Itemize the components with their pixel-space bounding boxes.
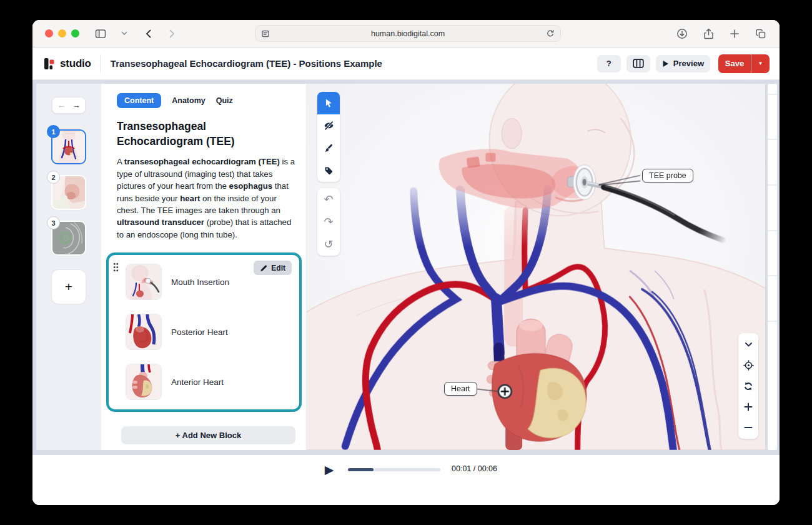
- panel-separator: [768, 230, 777, 231]
- center-view-button[interactable]: [738, 355, 758, 376]
- back-icon[interactable]: [141, 26, 156, 41]
- label-tool-button[interactable]: [317, 159, 340, 182]
- slide-thumbnail-2[interactable]: 2: [52, 176, 86, 209]
- mouth-insertion-thumbnail: [126, 264, 161, 299]
- reload-icon[interactable]: [546, 29, 555, 38]
- play-icon: [662, 60, 669, 68]
- timeline-progress: [348, 468, 374, 471]
- position-item-label: Posterior Heart: [171, 328, 228, 337]
- browser-window: human.biodigital.com studio: [32, 20, 780, 505]
- collapse-controls-button[interactable]: [738, 334, 758, 355]
- panel-separator: [768, 139, 777, 140]
- zoom-in-button[interactable]: [738, 396, 758, 417]
- panel-separator: [768, 184, 777, 186]
- undo-icon: ↶: [324, 194, 333, 205]
- panel-tabs: Content Anatomy Quiz: [117, 93, 306, 108]
- save-button[interactable]: Save: [718, 54, 751, 73]
- anterior-heart-thumbnail: [126, 364, 161, 399]
- downloads-icon[interactable]: [675, 26, 690, 41]
- tab-content[interactable]: Content: [117, 93, 161, 108]
- studio-logo-icon: [42, 57, 56, 71]
- redo-icon: ↷: [324, 216, 333, 228]
- lesson-description: A transesophageal echocardiogram (TEE) i…: [117, 156, 296, 241]
- reset-view-button[interactable]: ↺: [317, 233, 340, 256]
- panel-separator: [768, 275, 777, 276]
- tab-anatomy[interactable]: Anatomy: [172, 96, 205, 105]
- position-item-label: Mouth Insertion: [171, 278, 229, 287]
- studio-logo-text: studio: [60, 58, 91, 70]
- close-window-button[interactable]: [45, 29, 53, 38]
- camera-controls: [738, 333, 758, 439]
- edit-block-label: Edit: [271, 264, 285, 272]
- undo-button[interactable]: ↶: [317, 188, 340, 211]
- viewer-toolbar: ↶ ↷ ↺: [317, 92, 340, 256]
- play-button[interactable]: ▶: [321, 461, 337, 478]
- slide-thumbnail-1[interactable]: 1: [52, 130, 86, 164]
- rotate-view-button[interactable]: [738, 376, 758, 396]
- header-divider: [100, 54, 101, 73]
- slide-rail: ← → 1 2: [36, 84, 101, 450]
- share-icon[interactable]: [701, 26, 716, 41]
- positions-block[interactable]: Edit Mouth Insertion Posterior Heart: [106, 252, 302, 412]
- preview-button-label: Preview: [673, 59, 704, 68]
- minimize-window-button[interactable]: [58, 29, 66, 38]
- posterior-heart-thumbnail: [126, 314, 161, 349]
- select-tool-button[interactable]: [317, 92, 340, 114]
- layout-columns-button[interactable]: [626, 55, 650, 72]
- add-slide-button[interactable]: +: [52, 270, 86, 304]
- reader-view-icon[interactable]: [261, 29, 270, 38]
- forward-icon[interactable]: [164, 26, 179, 41]
- chevron-down-icon[interactable]: [117, 26, 132, 41]
- zoom-out-button[interactable]: [738, 417, 758, 438]
- help-button[interactable]: ?: [597, 55, 621, 72]
- sidebar-toggle-icon[interactable]: [93, 26, 108, 41]
- anatomy-scene: [307, 84, 765, 450]
- traffic-lights: [45, 29, 79, 38]
- lesson-title: Transesophageal Echocardiogram (TEE): [117, 119, 295, 149]
- eye-off-icon: [324, 121, 334, 131]
- new-tab-icon[interactable]: [727, 26, 742, 41]
- heart-pin-icon: [498, 385, 512, 398]
- document-title: Transesophageal Echocardiogram (TEE) - P…: [111, 58, 382, 69]
- slide-nav-arrows: ← →: [52, 97, 86, 114]
- zoom-window-button[interactable]: [71, 29, 79, 38]
- redo-button[interactable]: ↷: [317, 211, 340, 233]
- address-bar[interactable]: human.biodigital.com: [255, 25, 561, 42]
- slide-2-number-badge: 2: [47, 171, 60, 184]
- refresh-icon: [743, 381, 753, 391]
- pencil-icon: [260, 264, 267, 272]
- slide-thumbnail-3[interactable]: 3: [52, 221, 86, 255]
- next-slide-button[interactable]: →: [72, 101, 81, 110]
- save-options-button[interactable]: ▼: [751, 54, 770, 73]
- content-panel: Content Anatomy Quiz Transesophageal Ech…: [101, 84, 306, 450]
- playback-bar: ▶ 00:01 / 00:06: [32, 455, 780, 505]
- tab-quiz[interactable]: Quiz: [216, 96, 233, 105]
- workspace: ← → 1 2: [32, 80, 780, 455]
- previous-slide-button[interactable]: ←: [57, 101, 66, 110]
- collapsed-right-panel[interactable]: [768, 84, 777, 450]
- panel-separator: [768, 94, 777, 95]
- screenshot-stage: { "browser": { "url": "human.biodigital.…: [0, 0, 812, 525]
- timeline-slider[interactable]: [348, 468, 440, 471]
- time-display: 00:01 / 00:06: [452, 464, 497, 473]
- hide-tool-button[interactable]: [317, 114, 340, 137]
- brush-icon: [324, 143, 334, 153]
- drag-handle-icon[interactable]: [113, 262, 119, 272]
- position-item-anterior-heart[interactable]: Anterior Heart: [126, 364, 292, 399]
- position-item-posterior-heart[interactable]: Posterior Heart: [126, 314, 292, 349]
- add-new-block-button[interactable]: + Add New Block: [121, 426, 295, 444]
- chevron-down-icon: [745, 342, 753, 348]
- paint-tool-button[interactable]: [317, 137, 340, 159]
- studio-logo[interactable]: studio: [42, 57, 91, 71]
- tag-icon: [324, 166, 334, 176]
- tee-probe-label[interactable]: TEE probe: [642, 169, 693, 182]
- slide-3-number-badge: 3: [47, 216, 60, 229]
- caret-down-icon: ▼: [758, 61, 763, 66]
- edit-block-button[interactable]: Edit: [254, 261, 292, 275]
- preview-button[interactable]: Preview: [656, 55, 710, 72]
- tab-overview-icon[interactable]: [753, 26, 768, 41]
- 3d-viewer[interactable]: ↶ ↷ ↺ TEE probe Heart: [306, 84, 765, 450]
- minus-icon: [744, 423, 753, 432]
- heart-label[interactable]: Heart: [444, 382, 477, 396]
- play-icon: ▶: [325, 462, 334, 477]
